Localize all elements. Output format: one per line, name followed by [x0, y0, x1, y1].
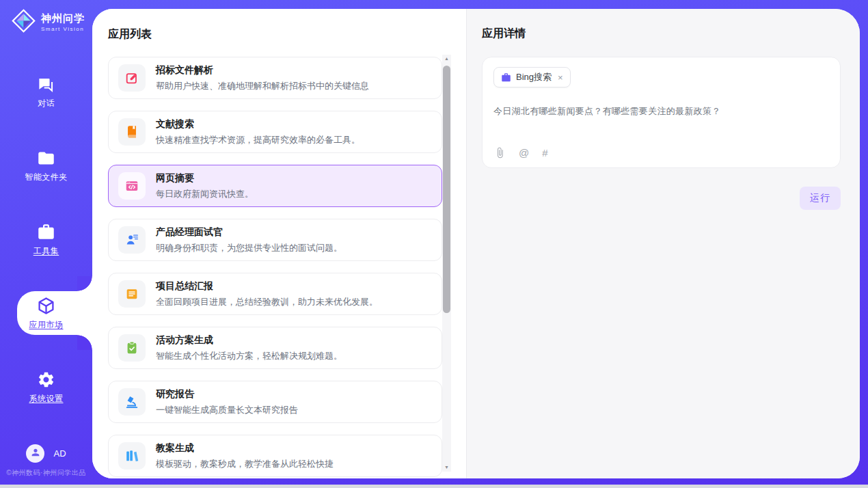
sidebar-nav: 对话 智能文件夹 工具集 应用市场 系统设置 [0, 70, 92, 409]
app-card[interactable]: 文献搜索 快速精准查找学术资源，提高研究效率的必备工具。 [108, 111, 442, 153]
app-card[interactable]: 活动方案生成 智能生成个性化活动方案，轻松解决规划难题。 [108, 327, 442, 369]
sidebar-item-chat[interactable]: 对话 [0, 70, 92, 113]
app-card[interactable]: 产品经理面试官 明确身份和职责，为您提供专业性的面试问题。 [108, 219, 442, 261]
sidebar-item-label: 对话 [38, 98, 55, 109]
scroll-up-arrow[interactable]: ▲ [442, 55, 451, 63]
attachment-icon[interactable] [494, 147, 506, 159]
tool-chip-label: Bing搜索 [516, 71, 552, 83]
brand-name: 神州问学 [41, 12, 85, 25]
document-edit-icon [118, 64, 146, 92]
app-card[interactable]: 招标文件解析 帮助用户快速、准确地理解和解析招标书中的关键信息 [108, 57, 442, 99]
app-name: 产品经理面试官 [156, 226, 342, 239]
app-name: 文献搜索 [156, 118, 360, 131]
microscope-icon [118, 388, 146, 416]
sidebar-item-smart-folders[interactable]: 智能文件夹 [0, 144, 92, 187]
scroll-down-arrow[interactable]: ▼ [442, 463, 451, 472]
toolbox-icon [37, 221, 55, 242]
sidebar-item-label: 智能文件夹 [25, 172, 68, 183]
hash-icon[interactable]: # [542, 147, 547, 159]
app-description: 一键智能生成高质量长文本研究报告 [156, 404, 298, 416]
app-description: 帮助用户快速、准确地理解和解析招标书中的关键信息 [156, 80, 369, 92]
app-list-panel: 应用列表 招标文件解析 帮助用户快速、准确地理解和解析招标书中的关键信息 文献搜… [92, 9, 466, 478]
chat-icon [37, 74, 55, 94]
app-name: 项目总结汇报 [156, 280, 378, 293]
app-name: 网页摘要 [156, 172, 254, 185]
prompt-text[interactable]: 今日湖北有哪些新闻要点？有哪些需要关注的最新政策？ [493, 105, 829, 118]
copyright-text: ©神州数码·神州问学出品 [0, 468, 92, 478]
app-card[interactable]: 项目总结汇报 全面回顾项目进展，总结经验教训，助力未来优化发展。 [108, 273, 442, 315]
cube-icon [36, 295, 56, 316]
sidebar-item-settings[interactable]: 系统设置 [0, 365, 92, 409]
app-name: 招标文件解析 [156, 64, 369, 77]
run-row: 运行 [482, 187, 841, 210]
run-button[interactable]: 运行 [800, 187, 841, 210]
sidebar-item-label: 系统设置 [29, 393, 64, 405]
sidebar-item-label: 应用市场 [29, 319, 64, 331]
user-info[interactable]: AD [0, 444, 92, 463]
person-icon [30, 447, 41, 461]
sidebar-item-label: 工具集 [33, 245, 59, 257]
app-name: 研究报告 [156, 388, 298, 401]
book-icon [118, 118, 146, 146]
app-description: 明确身份和职责，为您提供专业性的面试问题。 [156, 242, 342, 254]
sidebar-item-app-market[interactable]: 应用市场 [0, 291, 92, 335]
scrollbar-thumb[interactable] [443, 66, 450, 313]
active-pill-curve-top [77, 276, 92, 291]
gear-icon [37, 369, 55, 390]
brand-logo: 神州问学 Smart Vision [11, 8, 85, 36]
app-name: 活动方案生成 [156, 334, 342, 347]
app-description: 全面回顾项目进展，总结经验教训，助力未来优化发展。 [156, 296, 378, 308]
active-pill-curve-bottom [77, 335, 92, 350]
user-name: AD [53, 448, 66, 459]
mention-icon[interactable]: @ [519, 147, 529, 159]
app-card[interactable]: 教案生成 模板驱动，教案秒成，教学准备从此轻松快捷 [108, 435, 442, 477]
app-description: 每日政府新闻资讯快查。 [156, 188, 254, 200]
app-card[interactable]: 网页摘要 每日政府新闻资讯快查。 [108, 165, 442, 207]
clipboard-check-icon [118, 334, 146, 362]
prompt-card[interactable]: Bing搜索 × 今日湖北有哪些新闻要点？有哪些需要关注的最新政策？ @ # [482, 57, 841, 168]
app-card[interactable]: 研究报告 一键智能生成高质量长文本研究报告 [108, 381, 442, 423]
sidebar: 神州问学 Smart Vision 对话 智能文件夹 工具集 应用市场 系统设置 [0, 0, 92, 488]
scrollbar[interactable]: ▲ ▼ [442, 55, 451, 472]
app-list-title: 应用列表 [108, 27, 466, 42]
interviewer-icon [118, 226, 146, 254]
app-name: 教案生成 [156, 442, 334, 455]
app-description: 模板驱动，教案秒成，教学准备从此轻松快捷 [156, 458, 334, 470]
app-description: 智能生成个性化活动方案，轻松解决规划难题。 [156, 350, 342, 362]
app-card-list: 招标文件解析 帮助用户快速、准确地理解和解析招标书中的关键信息 文献搜索 快速精… [108, 57, 442, 477]
sidebar-item-toolset[interactable]: 工具集 [0, 217, 92, 261]
books-icon [118, 442, 146, 470]
app-detail-title: 应用详情 [482, 27, 841, 41]
tool-chip-bing-search[interactable]: Bing搜索 × [493, 67, 571, 87]
folder-icon [37, 148, 55, 168]
briefcase-icon [501, 72, 511, 83]
main-surface: 应用列表 招标文件解析 帮助用户快速、准确地理解和解析招标书中的关键信息 文献搜… [92, 9, 860, 478]
brand-subtitle: Smart Vision [41, 26, 85, 32]
report-icon [118, 280, 146, 308]
browser-code-icon [118, 172, 146, 200]
chip-close-icon[interactable]: × [558, 72, 563, 83]
avatar[interactable] [26, 444, 44, 463]
app-detail-panel: 应用详情 Bing搜索 × 今日湖北有哪些新闻要点？有哪些需要关注的最新政策？ … [466, 9, 860, 478]
brand-diamond-icon [11, 8, 36, 36]
prompt-toolbar: @ # [494, 147, 548, 159]
app-description: 快速精准查找学术资源，提高研究效率的必备工具。 [156, 134, 360, 146]
